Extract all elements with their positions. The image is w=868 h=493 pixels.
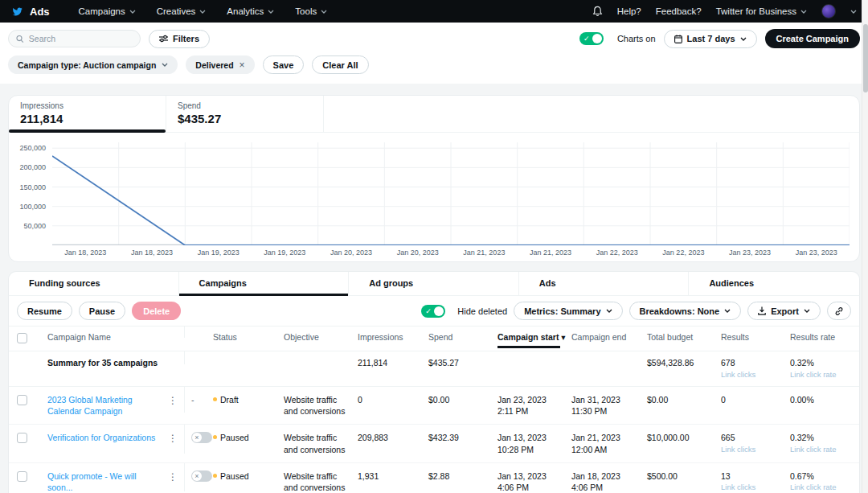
- total-budget-cell: $500.00: [647, 463, 721, 489]
- search-icon: [16, 35, 24, 43]
- summary-results-sub: Link clicks: [721, 370, 785, 380]
- chevron-down-icon: [804, 309, 810, 313]
- toggle-off-icon: ×: [192, 471, 202, 481]
- row-checkbox[interactable]: [17, 433, 27, 443]
- y-axis-label: 50,000: [23, 222, 46, 230]
- status-cell: Draft: [213, 387, 284, 413]
- x-axis-label: Jan 18, 2023: [52, 249, 119, 257]
- spend-value: $435.27: [178, 112, 312, 125]
- summary-label: Summary for 35 campaigns: [47, 351, 168, 376]
- hide-deleted-toggle[interactable]: ✓: [421, 305, 445, 318]
- metric-tab-spend[interactable]: Spend $435.27: [166, 96, 324, 132]
- twitter-for-business-menu[interactable]: Twitter for Business: [716, 6, 807, 16]
- tab-audiences[interactable]: Audiences: [689, 272, 859, 295]
- row-menu-icon[interactable]: ⋮: [168, 395, 178, 406]
- status-cell: Paused: [213, 463, 284, 489]
- objective-cell: Website traffic and conversions: [284, 425, 358, 462]
- row-menu-icon[interactable]: ⋮: [168, 433, 178, 444]
- select-all-checkbox[interactable]: [17, 333, 27, 343]
- create-campaign-button[interactable]: Create Campaign: [765, 29, 860, 48]
- col-results-rate[interactable]: Results rate: [790, 327, 859, 347]
- tab-ad-groups[interactable]: Ad groups: [349, 272, 519, 295]
- breakdowns-dropdown[interactable]: Breakdowns: None: [629, 302, 742, 320]
- row-toggle[interactable]: ×: [191, 470, 212, 482]
- table-row: Quick promote - We will soon... ⋮ × Paus…: [9, 463, 859, 493]
- status-cell: Paused: [213, 425, 284, 450]
- row-checkbox[interactable]: [17, 395, 27, 405]
- check-icon: ✓: [425, 305, 432, 318]
- date-range-button[interactable]: Last 7 days: [664, 30, 757, 48]
- tab-funding-sources[interactable]: Funding sources: [9, 272, 179, 295]
- search-input[interactable]: [29, 34, 133, 43]
- results-cell: 0: [721, 387, 790, 413]
- chart-y-axis: 50,000100,000150,000200,000250,000: [10, 142, 52, 245]
- results-sub: Link clicks: [721, 483, 785, 493]
- brand[interactable]: Ads: [11, 6, 50, 18]
- charts-toggle[interactable]: ✓: [579, 32, 604, 45]
- feedback-link[interactable]: Feedback?: [656, 6, 702, 16]
- nav-menu-tools[interactable]: Tools: [295, 6, 327, 16]
- x-axis-label: Jan 21, 2023: [451, 249, 518, 257]
- campaign-type-filter-chip[interactable]: Campaign type: Auction campaign: [8, 55, 178, 74]
- metric-tabs: Impressions 211,814 Spend $435.27: [9, 96, 859, 133]
- help-link[interactable]: Help?: [617, 6, 641, 16]
- status-label: Paused: [220, 432, 249, 443]
- filters-button[interactable]: Filters: [149, 30, 210, 48]
- metric-tab-impressions[interactable]: Impressions 211,814: [9, 96, 166, 132]
- metrics-dropdown[interactable]: Metrics: Summary: [514, 302, 622, 320]
- toggle-off-icon: ×: [192, 433, 202, 442]
- col-objective[interactable]: Objective: [284, 327, 358, 347]
- row-checkbox[interactable]: [17, 471, 27, 482]
- export-button[interactable]: Export: [747, 302, 821, 320]
- col-impressions[interactable]: Impressions: [358, 327, 428, 347]
- impressions-chart: 50,000100,000150,000200,000250,000 Jan 1…: [9, 133, 859, 261]
- chart-x-axis: Jan 18, 2023Jan 18, 2023Jan 19, 2023Jan …: [52, 249, 850, 257]
- impressions-cell: 209,883: [358, 425, 428, 450]
- campaign-end-cell: Jan 18, 2023 4:06 PM: [571, 463, 647, 493]
- campaign-start-cell: Jan 13, 2023 10:28 PM: [497, 425, 571, 462]
- pause-button[interactable]: Pause: [79, 302, 125, 320]
- save-button[interactable]: Save: [263, 55, 305, 74]
- x-axis-label: Jan 19, 2023: [185, 249, 252, 257]
- col-campaign-start[interactable]: Campaign start ▾: [497, 327, 571, 347]
- nav-menu-analytics[interactable]: Analytics: [227, 6, 274, 16]
- clear-all-button[interactable]: Clear All: [312, 55, 368, 74]
- col-results[interactable]: Results: [721, 327, 790, 347]
- tab-campaigns[interactable]: Campaigns: [179, 272, 350, 295]
- campaigns-table-card: Resume Pause Delete ✓ Hide deleted Metri…: [8, 296, 860, 493]
- chevron-down-icon: [199, 10, 206, 14]
- row-menu-icon[interactable]: ⋮: [168, 471, 178, 483]
- campaign-name-link[interactable]: 2023 Global Marketing Calendar Campaign: [47, 395, 133, 416]
- resume-button[interactable]: Resume: [17, 302, 72, 320]
- col-campaign-end[interactable]: Campaign end: [571, 327, 647, 347]
- scrollbar-thumb[interactable]: [863, 24, 868, 92]
- spend-cell: $432.39: [428, 425, 497, 450]
- delete-button[interactable]: Delete: [132, 302, 181, 320]
- col-spend[interactable]: Spend: [428, 327, 497, 347]
- account-chevron-down-icon[interactable]: [850, 10, 857, 14]
- copy-link-button[interactable]: [827, 302, 851, 320]
- campaign-end-cell: Jan 21, 2023 12:00 AM: [571, 425, 647, 462]
- summary-rate-sub: Link click rate: [790, 370, 854, 380]
- nav-menu-campaigns[interactable]: Campaigns: [79, 6, 136, 16]
- remove-filter-icon[interactable]: ×: [240, 60, 245, 71]
- col-status[interactable]: Status: [213, 327, 284, 347]
- campaign-name-link[interactable]: Verification for Organizations: [47, 433, 155, 442]
- objective-cell: Website traffic and conversions: [284, 463, 358, 493]
- campaign-name-link[interactable]: Quick promote - We will soon...: [47, 471, 137, 492]
- objective-cell: Website traffic and conversions: [284, 387, 358, 424]
- page-scrollbar[interactable]: [862, 0, 868, 493]
- user-avatar[interactable]: [821, 4, 836, 18]
- delivered-filter-chip[interactable]: Delivered ×: [186, 55, 254, 74]
- nav-menu-creatives[interactable]: Creatives: [157, 6, 207, 16]
- tab-ads[interactable]: Ads: [519, 272, 690, 295]
- notifications-bell-icon[interactable]: [592, 6, 603, 17]
- row-toggle[interactable]: ×: [191, 432, 212, 443]
- table-row: Verification for Organizations ⋮ × Pause…: [9, 425, 859, 462]
- metric-tabs-filler: [324, 96, 859, 132]
- x-axis-label: Jan 20, 2023: [384, 249, 451, 257]
- section-tabs: Funding sources Campaigns Ad groups Ads …: [8, 271, 860, 296]
- col-campaign-name[interactable]: Campaign Name: [47, 327, 168, 347]
- col-total-budget[interactable]: Total budget: [647, 327, 721, 347]
- campaign-start-cell: Jan 23, 2023 2:11 PM: [497, 387, 571, 424]
